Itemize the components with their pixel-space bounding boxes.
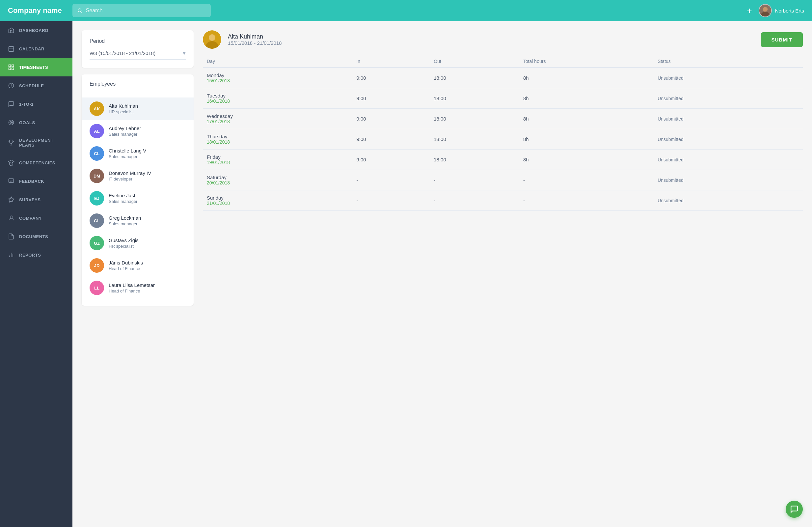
add-button[interactable]: + — [747, 5, 752, 16]
sidebar: DASHBOARD CALENDAR TIMESHEETS SCHEDULE 1… — [0, 21, 72, 527]
day-name: Tuesday — [207, 93, 348, 99]
table-row[interactable]: Thursday 18/01/2018 9:00 18:00 8h Unsubm… — [203, 129, 803, 149]
table-row[interactable]: Tuesday 16/01/2018 9:00 18:00 8h Unsubmi… — [203, 88, 803, 109]
sidebar-item-timesheets[interactable]: TIMESHEETS — [0, 58, 72, 76]
svg-line-1 — [81, 12, 82, 13]
list-item[interactable]: DM Donavon Murray IV IT developer — [82, 165, 193, 187]
emp-name: Alta Kuhlman — [108, 103, 138, 109]
svg-rect-9 — [9, 65, 11, 67]
table-row[interactable]: Friday 19/01/2018 9:00 18:00 8h Unsubmit… — [203, 149, 803, 170]
sidebar-item-competencies[interactable]: COMPETENCIES — [0, 154, 72, 172]
table-row[interactable]: Wednesday 17/01/2018 9:00 18:00 8h Unsub… — [203, 109, 803, 129]
employee-info: Audrey Lehner Sales manager — [108, 126, 141, 137]
right-panel: Alta Kuhlman 15/01/2018 - 21/01/2018 SUB… — [203, 30, 803, 518]
ts-employee-name: Alta Kuhlman — [228, 33, 281, 40]
svg-marker-19 — [9, 160, 14, 163]
trophy-icon — [8, 139, 14, 146]
cell-out: - — [430, 170, 519, 190]
employee-info: Greg Lockman Sales manager — [108, 215, 141, 226]
svg-rect-10 — [12, 65, 14, 67]
search-input[interactable] — [86, 8, 206, 14]
emp-name: Greg Lockman — [108, 215, 141, 221]
list-item[interactable]: EJ Eveline Jast Sales manager — [82, 187, 193, 210]
svg-rect-5 — [9, 46, 14, 52]
sidebar-label: GOALS — [19, 120, 35, 125]
sidebar-item-company[interactable]: COMPANY — [0, 209, 72, 227]
table-row[interactable]: Saturday 20/01/2018 - - - Unsubmitted — [203, 170, 803, 190]
ts-period: 15/01/2018 - 21/01/2018 — [228, 40, 281, 46]
clock-icon — [8, 82, 14, 89]
avatar: JD — [90, 258, 104, 273]
emp-name: Christelle Lang V — [108, 148, 146, 154]
day-name: Sunday — [207, 195, 348, 201]
period-label: Period — [90, 38, 186, 44]
emp-role: IT developer — [108, 176, 151, 182]
sidebar-item-reports[interactable]: REPORTS — [0, 246, 72, 264]
star-icon — [8, 196, 14, 203]
cell-status: Unsubmitted — [654, 109, 803, 129]
sidebar-item-calendar[interactable]: CALENDAR — [0, 40, 72, 58]
sidebar-label: COMPANY — [19, 216, 42, 221]
sidebar-label: TIMESHEETS — [19, 65, 48, 70]
day-name: Monday — [207, 72, 348, 78]
avatar: EJ — [90, 191, 104, 205]
list-item[interactable]: JD Jānis Dubinskis Head of Finance — [82, 254, 193, 277]
svg-rect-20 — [9, 179, 14, 183]
cell-day: Wednesday 17/01/2018 — [203, 109, 352, 129]
sidebar-item-1to1[interactable]: 1-TO-1 — [0, 95, 72, 113]
cell-total: 8h — [519, 68, 654, 88]
table-row[interactable]: Sunday 21/01/2018 - - - Unsubmitted — [203, 190, 803, 211]
cell-out: - — [430, 190, 519, 211]
table-row[interactable]: Monday 15/01/2018 9:00 18:00 8h Unsubmit… — [203, 68, 803, 88]
sidebar-label: SCHEDULE — [19, 83, 44, 88]
avatar: LL — [90, 281, 104, 295]
cell-status: Unsubmitted — [654, 129, 803, 149]
search-box[interactable] — [72, 4, 211, 17]
app-header: Company name + Norberts Erts — [0, 0, 812, 21]
submit-button[interactable]: SUBMIT — [761, 32, 803, 47]
sidebar-label: DASHBOARD — [19, 28, 48, 33]
cell-in: - — [352, 190, 430, 211]
emp-name: Laura Liisa Lemetsar — [108, 282, 155, 288]
emp-role: Sales manager — [108, 132, 141, 137]
emp-role: HR specialist — [108, 109, 138, 114]
cell-total: 8h — [519, 88, 654, 109]
svg-point-29 — [209, 34, 215, 41]
day-name: Thursday — [207, 134, 348, 139]
sidebar-label: 1-TO-1 — [19, 102, 33, 107]
chat-bubble[interactable] — [786, 501, 803, 518]
user-menu[interactable]: Norberts Erts — [759, 4, 804, 17]
list-item[interactable]: GL Greg Lockman Sales manager — [82, 210, 193, 232]
grid-icon — [8, 64, 14, 71]
company-icon — [8, 215, 14, 221]
sidebar-item-documents[interactable]: DOCUMENTS — [0, 227, 72, 246]
sidebar-label: REPORTS — [19, 253, 41, 258]
period-dropdown[interactable]: W3 (15/01/2018 - 21/01/2018) ▾ — [90, 49, 186, 60]
cell-status: Unsubmitted — [654, 68, 803, 88]
list-item[interactable]: AK Alta Kuhlman HR specialist — [82, 98, 193, 120]
sidebar-item-surveys[interactable]: SURVEYS — [0, 190, 72, 209]
list-item[interactable]: GZ Gustavs Zigis HR specialist — [82, 232, 193, 254]
cell-total: 8h — [519, 149, 654, 170]
sidebar-item-goals[interactable]: GOALS — [0, 113, 72, 132]
day-date: 20/01/2018 — [207, 180, 348, 185]
emp-role: Head of Finance — [108, 266, 143, 271]
sidebar-item-dashboard[interactable]: DASHBOARD — [0, 21, 72, 40]
employee-info: Donavon Murray IV IT developer — [108, 170, 151, 182]
cell-status: Unsubmitted — [654, 170, 803, 190]
sidebar-item-feedback[interactable]: FEEDBACK — [0, 172, 72, 190]
avatar: GL — [90, 213, 104, 228]
svg-rect-11 — [9, 68, 11, 70]
list-item[interactable]: AL Audrey Lehner Sales manager — [82, 120, 193, 142]
list-item[interactable]: LL Laura Liisa Lemetsar Head of Finance — [82, 277, 193, 299]
cell-day: Tuesday 16/01/2018 — [203, 88, 352, 109]
cell-day: Sunday 21/01/2018 — [203, 190, 352, 211]
chevron-down-icon: ▾ — [183, 49, 186, 57]
content-area: Period W3 (15/01/2018 - 21/01/2018) ▾ Em… — [72, 21, 812, 527]
list-item[interactable]: CL Christelle Lang V Sales manager — [82, 142, 193, 165]
sidebar-item-schedule[interactable]: SCHEDULE — [0, 76, 72, 95]
sidebar-item-devplans[interactable]: DEVELOPMENT PLANS — [0, 132, 72, 154]
avatar — [759, 4, 772, 17]
avatar: AK — [90, 101, 104, 116]
search-icon — [77, 8, 83, 14]
